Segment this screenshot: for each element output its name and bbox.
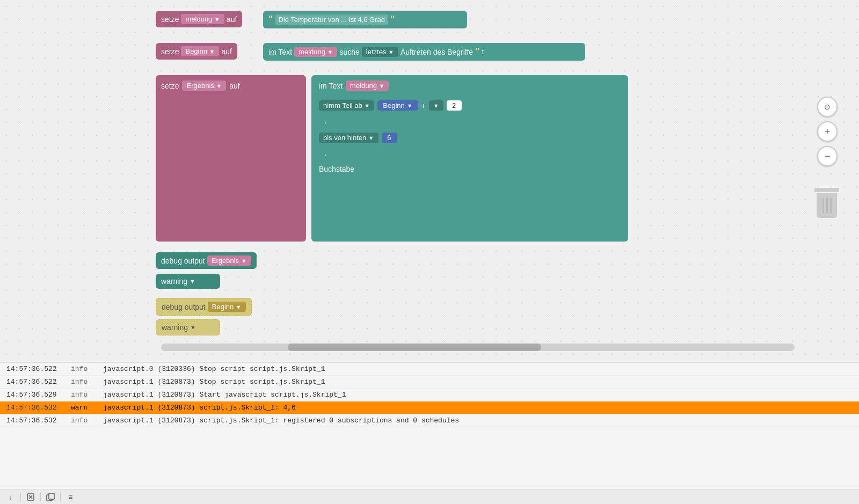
beginn-value[interactable]: Beginn ▼: [377, 100, 418, 111]
warning-label-1: warning: [161, 277, 187, 286]
block-string-value[interactable]: " Die Temperatur von ... ist 4,6 Grad ": [263, 11, 467, 28]
meldung-dropdown-3[interactable]: ▼: [379, 83, 385, 89]
auf-label-2: auf: [221, 47, 231, 56]
divider-1: [20, 493, 21, 501]
trash-icon[interactable]: [813, 188, 840, 220]
block-debug-output-2[interactable]: debug output Beginn ▼: [156, 298, 252, 316]
block-im-text-2[interactable]: im Text meldung ▼ suche letztes ▼ Auftre…: [263, 43, 585, 61]
plus-dropdown-block[interactable]: ▼: [429, 100, 443, 111]
letztes-var[interactable]: letztes ▼: [362, 47, 398, 57]
log-time-2: 14:57:36.529: [6, 391, 71, 399]
log-copy-icon[interactable]: [44, 491, 57, 503]
trash-body: [817, 193, 837, 218]
suche-label: suche: [339, 48, 359, 56]
string-text: Die Temperatur von ... ist 4,6 Grad: [275, 14, 388, 25]
warning-dropdown-1[interactable]: ▼: [190, 278, 195, 284]
block-setze-ergebnis[interactable]: setze Ergebnis ▼ auf: [156, 75, 306, 242]
beginn-var[interactable]: Beginn ▼: [181, 46, 219, 56]
debug-output-label-1: debug output: [161, 257, 205, 265]
log-message-2: javascript.1 (3120873) Start javascript …: [103, 391, 853, 399]
log-level-0: info: [71, 365, 103, 373]
block-im-text-3[interactable]: im Text meldung ▼ nimm Teil ab ▼ Beginn …: [311, 75, 628, 242]
quote-close-1: ": [390, 14, 395, 25]
auftreten-label: Auftreten des Begriffe: [401, 48, 473, 56]
log-level-1: info: [71, 378, 103, 386]
beginn-val-dropdown[interactable]: ▼: [407, 103, 413, 109]
trash-lid: [814, 188, 839, 192]
letztes-dropdown[interactable]: ▼: [388, 49, 394, 55]
log-entry-4: 14:57:36.532infojavascript.1 (3120873) s…: [0, 414, 859, 427]
svg-rect-4: [49, 493, 54, 499]
canvas-area[interactable]: setze meldung ▼ auf " Die Temperatur von…: [0, 0, 859, 362]
setze-label-1: setze: [161, 15, 179, 24]
auf-label-3: auf: [229, 82, 239, 90]
debug-output-label-2: debug output: [162, 303, 206, 311]
log-message-3: javascript.1 (3120873) script.js.Skript_…: [103, 404, 853, 412]
trash-line-2: [826, 198, 828, 214]
block-warning-1[interactable]: warning ▼: [156, 274, 220, 289]
log-message-4: javascript.1 (3120873) script.js.Skript_…: [103, 417, 853, 425]
log-level-2: info: [71, 391, 103, 399]
zoom-in-button[interactable]: +: [817, 121, 838, 142]
canvas-scrollbar[interactable]: [161, 344, 795, 351]
ergebnis-var[interactable]: Ergebnis ▼: [182, 81, 226, 91]
trash-line-3: [830, 198, 832, 214]
nimm-teil-dropdown[interactable]: ▼: [364, 103, 370, 109]
bis-von-hinten-var[interactable]: bis von hinten ▼: [319, 133, 378, 143]
log-entry-0: 14:57:36.522infojavascript.0 (3120336) S…: [0, 363, 859, 376]
beginn-val-dropdown-2[interactable]: ▼: [236, 304, 242, 310]
num-2-badge: 2: [447, 100, 462, 111]
ergebnis-val-dropdown[interactable]: ▼: [241, 258, 247, 264]
block-setze-beginn[interactable]: setze Beginn ▼ auf: [156, 43, 237, 60]
log-clear-icon[interactable]: [24, 491, 37, 503]
im-text-label-3: im Text: [319, 82, 343, 90]
t-val: t: [482, 48, 484, 56]
setze-label-3: setze: [161, 82, 179, 90]
beginn-dropdown[interactable]: ▼: [209, 48, 215, 55]
log-entry-2: 14:57:36.529infojavascript.1 (3120873) S…: [0, 389, 859, 401]
log-time-1: 14:57:36.522: [6, 378, 71, 386]
meldung-dropdown-2[interactable]: ▼: [327, 49, 333, 55]
plus-label: +: [421, 101, 426, 110]
meldung-dropdown-1[interactable]: ▼: [214, 16, 220, 23]
log-time-3: 14:57:36.532: [6, 404, 71, 412]
log-panel: 14:57:36.522infojavascript.0 (3120336) S…: [0, 362, 859, 504]
divider-3: [60, 493, 61, 501]
log-list-icon[interactable]: ≡: [64, 491, 77, 503]
log-message-1: javascript.1 (3120873) Stop script scrip…: [103, 378, 853, 386]
log-download-icon[interactable]: ↓: [4, 491, 17, 503]
warning-dropdown-2[interactable]: ▼: [190, 324, 196, 331]
num-6-badge: 6: [382, 133, 397, 143]
log-entry-3: 14:57:36.532warnjavascript.1 (3120873) s…: [0, 401, 859, 414]
buchstabe-label: Buchstabe: [319, 165, 354, 173]
divider-2: [40, 493, 41, 501]
im-text-label-2: im Text: [268, 48, 292, 56]
log-level-4: info: [71, 417, 103, 425]
quote-open-2: ": [475, 46, 480, 57]
quote-open-1: ": [268, 14, 273, 25]
log-message-0: javascript.0 (3120336) Stop script scrip…: [103, 365, 853, 373]
warning-label-2: warning: [162, 323, 188, 332]
block-warning-2[interactable]: warning ▼: [156, 319, 220, 335]
log-bottom-bar: ↓ ≡: [0, 489, 859, 504]
log-entries: 14:57:36.522infojavascript.0 (3120336) S…: [0, 363, 859, 489]
ergebnis-value-1[interactable]: Ergebnis ▼: [207, 255, 251, 266]
dot-separator-1: .: [319, 115, 327, 126]
log-level-3: warn: [71, 404, 103, 412]
block-debug-output-1[interactable]: debug output Ergebnis ▼: [156, 252, 257, 269]
block-setze-meldung[interactable]: setze meldung ▼ auf: [156, 11, 242, 27]
meldung-var-1[interactable]: meldung ▼: [181, 14, 224, 24]
nimm-teil-var[interactable]: nimm Teil ab ▼: [319, 100, 374, 111]
log-entry-1: 14:57:36.522infojavascript.1 (3120873) S…: [0, 376, 859, 389]
ergebnis-dropdown[interactable]: ▼: [216, 83, 222, 89]
beginn-value-2[interactable]: Beginn ▼: [208, 302, 246, 312]
zoom-out-button[interactable]: −: [817, 146, 838, 166]
meldung-var-3[interactable]: meldung ▼: [346, 81, 389, 91]
zoom-center-button[interactable]: ⊙: [817, 97, 838, 117]
log-time-0: 14:57:36.522: [6, 365, 71, 373]
meldung-var-2[interactable]: meldung ▼: [294, 47, 337, 57]
trash-line-1: [822, 198, 824, 214]
zoom-controls: ⊙ + −: [817, 97, 838, 166]
auf-label-1: auf: [227, 15, 237, 24]
bis-dropdown[interactable]: ▼: [368, 135, 374, 141]
